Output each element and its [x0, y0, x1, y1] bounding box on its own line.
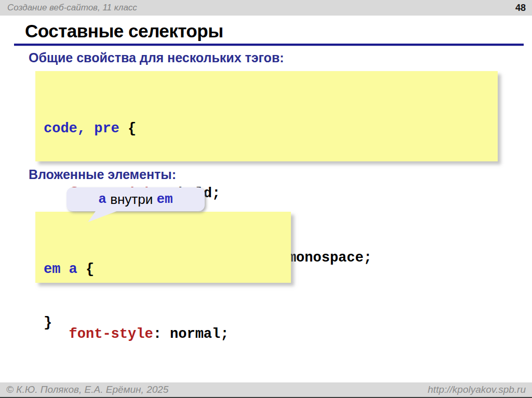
header-bar: Создание веб-сайтов, 11 класс 48 [0, 0, 532, 16]
site-url: http://kpolyakov.spb.ru [428, 384, 526, 395]
indent [44, 186, 69, 201]
css-property: font-style [69, 326, 153, 342]
footer-bar: © К.Ю. Поляков, Е.А. Ерёмин, 2025 http:/… [0, 382, 532, 398]
course-label: Создание веб-сайтов, 11 класс [7, 3, 515, 13]
open-brace: { [77, 262, 94, 277]
section1-heading: Общие свойства для нескольких тэгов: [29, 50, 284, 65]
css-value: : normal; [153, 326, 229, 342]
page-number: 48 [515, 3, 526, 13]
copyright-label: © К.Ю. Поляков, Е.А. Ерёмин, 2025 [6, 384, 428, 395]
callout-tag-a: a [98, 191, 107, 207]
code-line: code, pre { [44, 118, 498, 140]
section2-heading: Вложенные элементы: [29, 167, 176, 182]
callout-bubble: a внутри em [66, 187, 205, 211]
indent [44, 326, 69, 342]
open-brace: { [119, 121, 136, 136]
code-line: em a { [44, 259, 291, 281]
css-selector: code, pre [44, 121, 119, 136]
code-line: font-style: normal; [44, 324, 291, 346]
callout-tag-em: em [156, 191, 172, 207]
css-selector: em a [44, 262, 77, 277]
code-box-nested-selectors: em a { font-style: normal; } [35, 212, 291, 283]
slide-title: Составные селекторы [25, 21, 223, 42]
callout-text: внутри [107, 191, 157, 208]
title-underline [14, 44, 524, 46]
code-box-grouped-selectors: code, pre { font-weight: bold; font-fami… [35, 71, 498, 161]
